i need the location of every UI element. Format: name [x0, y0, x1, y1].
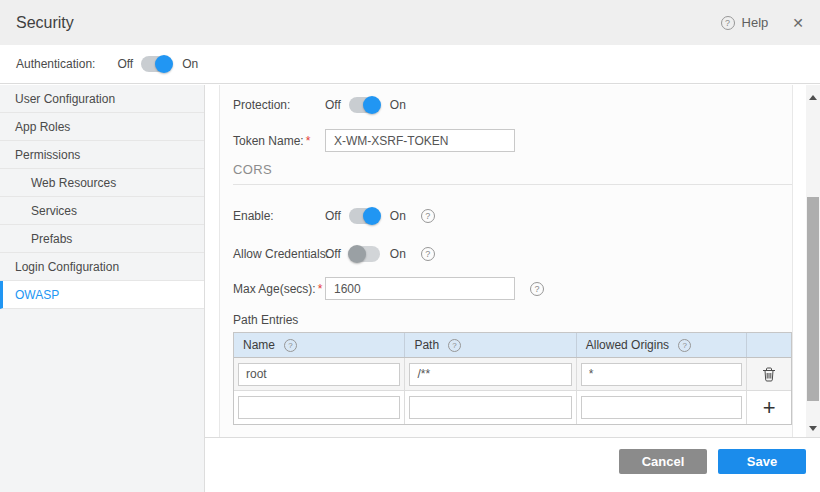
- column-header-name: Name ?: [234, 333, 405, 357]
- toggle-track[interactable]: [349, 246, 380, 262]
- protection-row: Protection: Off On: [233, 94, 406, 116]
- sidebar-item-prefabs[interactable]: Prefabs: [0, 225, 204, 253]
- help-icon[interactable]: ?: [421, 247, 435, 261]
- toggle-off-label: Off: [117, 57, 133, 71]
- max-age-label: Max Age(secs):*: [233, 282, 325, 296]
- cell-name: [234, 358, 405, 390]
- sidebar-item-login-configuration[interactable]: Login Configuration: [0, 253, 204, 281]
- authentication-bar: Authentication: Off On: [0, 45, 820, 84]
- add-row-button[interactable]: +: [763, 397, 776, 419]
- vertical-scrollbar[interactable]: [806, 85, 820, 437]
- sidebar-item-app-roles[interactable]: App Roles: [0, 113, 204, 141]
- toggle-off-label: Off: [325, 98, 341, 112]
- dialog-header: Security ? Help ✕: [0, 0, 820, 45]
- sidebar-item-services[interactable]: Services: [0, 197, 204, 225]
- required-mark: *: [318, 282, 323, 296]
- protection-toggle[interactable]: Off On: [325, 97, 406, 113]
- toggle-track[interactable]: [349, 208, 380, 224]
- toggle-off-label: Off: [325, 209, 341, 223]
- toggle-track[interactable]: [141, 56, 172, 72]
- sidebar-item-permissions[interactable]: Permissions: [0, 141, 204, 169]
- dialog-footer: Cancel Save: [205, 437, 820, 492]
- toggle-knob[interactable]: [348, 245, 366, 263]
- path-entry-path-input[interactable]: [409, 396, 571, 419]
- path-entry-name-input[interactable]: [238, 363, 400, 386]
- save-button[interactable]: Save: [718, 449, 806, 474]
- toggle-knob[interactable]: [363, 96, 381, 114]
- owasp-settings-panel: Protection: Off On Token Name:* CORS Ena…: [219, 85, 793, 437]
- cell-allowed-origins: [577, 391, 747, 424]
- column-header-actions: [747, 333, 791, 357]
- path-entry-origins-input[interactable]: [581, 396, 742, 419]
- help-link[interactable]: Help: [742, 15, 769, 30]
- scrollbar-thumb[interactable]: [807, 197, 819, 401]
- cell-actions: +: [747, 391, 791, 424]
- toggle-off-label: Off: [325, 247, 341, 261]
- cors-enable-row: Enable: Off On ?: [233, 205, 435, 227]
- toggle-on-label: On: [182, 57, 198, 71]
- help-icon[interactable]: ?: [678, 339, 691, 352]
- sidebar-item-owasp[interactable]: OWASP: [0, 281, 204, 309]
- allow-credentials-label: Allow Credentials:: [233, 247, 325, 261]
- toggle-track[interactable]: [349, 97, 380, 113]
- toggle-knob[interactable]: [155, 55, 173, 73]
- plus-icon: +: [763, 397, 776, 419]
- path-entry-name-input[interactable]: [238, 396, 400, 419]
- sidebar-item-label: Services: [31, 204, 77, 218]
- cell-path: [405, 391, 576, 424]
- column-label: Allowed Origins: [586, 338, 669, 352]
- help-icon[interactable]: ?: [448, 339, 461, 352]
- arrow-up-icon: [809, 95, 817, 100]
- toggle-on-label: On: [390, 98, 406, 112]
- toggle-on-label: On: [390, 247, 406, 261]
- max-age-row: Max Age(secs):* ?: [233, 277, 544, 300]
- delete-row-button[interactable]: [762, 367, 776, 382]
- protection-label: Protection:: [233, 98, 325, 112]
- path-entry-path-input[interactable]: [409, 363, 571, 386]
- enable-label: Enable:: [233, 209, 325, 223]
- scroll-down-button[interactable]: [806, 423, 820, 433]
- allow-credentials-row: Allow Credentials: Off On ?: [233, 243, 435, 265]
- path-entries-table: Name ? Path ? Allowed Origins ?: [233, 332, 792, 425]
- cancel-button[interactable]: Cancel: [619, 449, 707, 474]
- column-label: Name: [243, 338, 275, 352]
- sidebar-item-label: Login Configuration: [15, 260, 119, 274]
- help-icon[interactable]: ?: [284, 339, 297, 352]
- max-age-input[interactable]: [325, 277, 515, 300]
- table-row: +: [234, 391, 791, 424]
- token-name-input[interactable]: [325, 129, 515, 152]
- table-row: [234, 358, 791, 391]
- column-header-allowed-origins: Allowed Origins ?: [577, 333, 747, 357]
- sidebar-item-label: Web Resources: [31, 176, 116, 190]
- sidebar-item-label: User Configuration: [15, 92, 115, 106]
- sidebar-item-user-configuration[interactable]: User Configuration: [0, 85, 204, 113]
- header-actions: ? Help ✕: [721, 15, 804, 31]
- cors-enable-toggle[interactable]: Off On: [325, 208, 406, 224]
- allow-credentials-toggle[interactable]: Off On: [325, 246, 406, 262]
- help-icon[interactable]: ?: [721, 16, 735, 30]
- authentication-toggle[interactable]: Off On: [117, 56, 198, 72]
- sidebar-item-web-resources[interactable]: Web Resources: [0, 169, 204, 197]
- toggle-knob[interactable]: [363, 207, 381, 225]
- table-header-row: Name ? Path ? Allowed Origins ?: [234, 333, 791, 358]
- page-title: Security: [16, 14, 74, 32]
- section-divider: [233, 184, 792, 185]
- help-icon[interactable]: ?: [421, 209, 435, 223]
- path-entry-origins-input[interactable]: [581, 363, 742, 386]
- content-scroll-region: Protection: Off On Token Name:* CORS Ena…: [205, 85, 820, 437]
- sidebar: User Configuration App Roles Permissions…: [0, 85, 205, 492]
- cell-allowed-origins: [577, 358, 747, 390]
- token-name-label: Token Name:*: [233, 134, 325, 148]
- trash-icon: [762, 367, 776, 382]
- scroll-up-button[interactable]: [806, 92, 820, 102]
- column-label: Path: [414, 338, 439, 352]
- arrow-down-icon: [809, 426, 817, 431]
- help-icon[interactable]: ?: [530, 282, 544, 296]
- column-header-path: Path ?: [405, 333, 576, 357]
- dialog-body: User Configuration App Roles Permissions…: [0, 85, 820, 492]
- cell-name: [234, 391, 405, 424]
- required-mark: *: [306, 134, 311, 148]
- cell-path: [405, 358, 576, 390]
- close-icon[interactable]: ✕: [792, 15, 804, 31]
- authentication-label: Authentication:: [16, 57, 95, 71]
